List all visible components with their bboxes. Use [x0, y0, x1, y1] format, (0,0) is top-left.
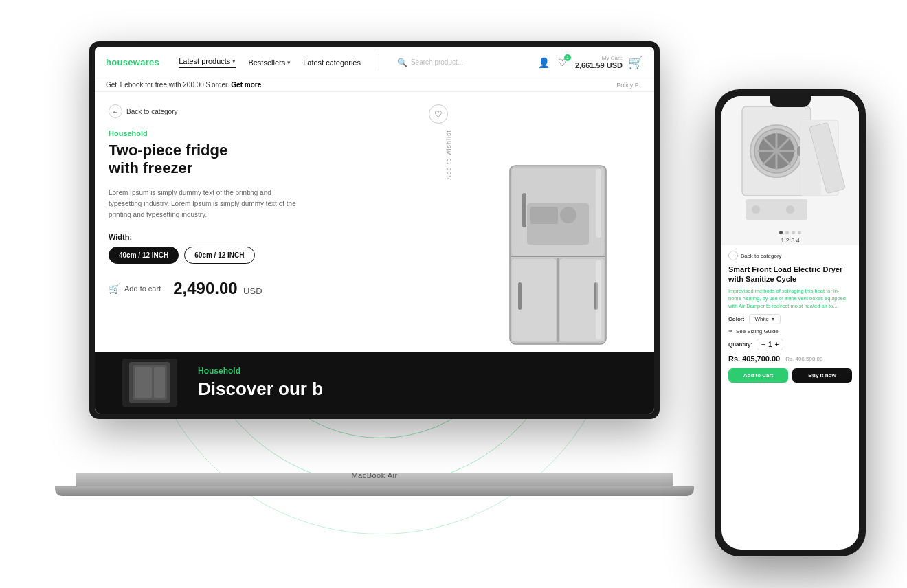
phone-quantity-row: Quantity: − 1 +: [728, 339, 852, 350]
add-to-cart-row: 🛒 Add to cart 2,490.00 USD: [109, 279, 448, 298]
color-selector[interactable]: White ▾: [749, 314, 781, 324]
user-icon[interactable]: 👤: [538, 57, 550, 68]
svg-rect-16: [135, 368, 152, 398]
phone-back-button[interactable]: ← Back to category: [728, 251, 852, 260]
svg-rect-8: [530, 207, 558, 224]
strip-text: Household Discover our b: [198, 366, 323, 400]
dryer-image: [735, 100, 845, 223]
laptop-navbar: housewares Latest products ▾ Bestsellers…: [95, 47, 654, 78]
width-option-60cm[interactable]: 60cm / 12 INCH: [184, 247, 254, 264]
product-category: Household: [109, 129, 448, 137]
laptop-bottom-strip: Household Discover our b: [95, 352, 654, 414]
promo-link[interactable]: Get more: [231, 81, 261, 89]
indicator-dot-4: [798, 231, 801, 234]
phone-notch: [770, 96, 811, 107]
chevron-down-icon: ▾: [287, 59, 291, 66]
svg-rect-4: [522, 193, 526, 227]
phone-action-buttons: Add to Cart Buy it now: [728, 368, 852, 383]
scene: housewares Latest products ▾ Bestsellers…: [0, 0, 907, 588]
chevron-down-icon: ▾: [232, 58, 236, 65]
laptop-model-label: MacBook Air: [351, 471, 397, 479]
phone-current-price: Rs. 405,700.00: [728, 354, 780, 363]
quantity-increase[interactable]: +: [775, 341, 779, 348]
svg-rect-13: [596, 260, 601, 339]
nav-divider: [379, 54, 379, 71]
laptop-base: MacBook Air: [76, 473, 673, 488]
phone-original-price: Rs. 406,500.00: [785, 356, 822, 362]
nav-item-categories[interactable]: Latest categories: [303, 58, 361, 67]
indicator-dot-2: [785, 231, 789, 234]
search-bar[interactable]: 🔍 Search product...: [397, 58, 463, 67]
search-icon: 🔍: [397, 58, 407, 67]
site-logo[interactable]: housewares: [106, 57, 159, 67]
phone-product-image: [721, 96, 859, 227]
add-to-cart-button[interactable]: 🛒 Add to cart: [109, 283, 161, 294]
svg-rect-2: [511, 258, 557, 342]
fridge-image: [489, 152, 627, 351]
indicator-dot-3: [792, 231, 795, 234]
width-options: 40cm / 12 INCH 60cm / 12 INCH: [109, 247, 448, 264]
back-arrow-icon: ←: [109, 104, 122, 118]
heart-icon[interactable]: ♡ 1: [558, 57, 567, 68]
cart-widget[interactable]: My Cart: 2,661.59 USD 🛒: [575, 55, 643, 70]
indicator-dot-1: [779, 231, 783, 234]
phone-add-to-cart-button[interactable]: Add to Cart: [728, 368, 788, 383]
phone-screen: 1 2 3 4 ← Back to category Smart Front L…: [721, 96, 859, 550]
phone-price-row: Rs. 405,700.00 Rs. 406,500.00: [728, 354, 852, 363]
cart-icon: 🛒: [628, 55, 643, 70]
laptop-device: housewares Latest products ▾ Bestsellers…: [89, 41, 680, 508]
chevron-down-icon: ▾: [772, 316, 774, 322]
product-title: Two-piece fridgewith freezer: [109, 142, 448, 178]
quantity-value: 1: [768, 341, 772, 348]
svg-point-9: [560, 207, 576, 223]
width-label: Width:: [109, 233, 448, 241]
phone-indicators-text: 1 2 3 4: [721, 237, 859, 245]
phone-back-arrow-icon: ←: [728, 251, 738, 260]
phone-product-description: Improvised methods of salvaging this hea…: [728, 287, 852, 310]
nav-item-latest-products[interactable]: Latest products ▾: [179, 57, 236, 68]
nav-right-actions: 👤 ♡ 1 My Cart: 2,661.59 USD 🛒: [538, 55, 643, 70]
quantity-stepper[interactable]: − 1 +: [757, 339, 783, 350]
phone-image-indicators: [721, 227, 859, 237]
svg-point-29: [786, 205, 794, 214]
laptop-screen-inner: housewares Latest products ▾ Bestsellers…: [95, 47, 654, 414]
nav-item-bestsellers[interactable]: Bestsellers ▾: [248, 58, 291, 67]
product-price: 2,490.00 USD: [173, 279, 262, 298]
svg-rect-5: [518, 282, 522, 310]
cart-icon: 🛒: [109, 283, 120, 294]
phone-color-row: Color: White ▾: [728, 314, 852, 324]
product-description: Lorem Ipsum is simply dummy text of the …: [109, 188, 301, 220]
svg-rect-17: [154, 368, 165, 398]
back-to-category-button[interactable]: ← Back to category: [109, 104, 448, 118]
sizing-guide-link[interactable]: ✂ See Sizing Guide: [728, 328, 852, 335]
strip-thumbnail: [122, 359, 177, 407]
phone-product-content: ← Back to category Smart Front Load Elec…: [721, 245, 859, 388]
promo-bar: Get 1 ebook for free with 200.00 $ order…: [95, 78, 654, 92]
width-option-40cm[interactable]: 40cm / 12 INCH: [109, 247, 179, 264]
laptop-screen-outer: housewares Latest products ▾ Bestsellers…: [89, 41, 660, 419]
wishlist-button[interactable]: ♡: [429, 104, 448, 124]
svg-rect-12: [596, 169, 601, 238]
quantity-decrease[interactable]: −: [761, 341, 765, 348]
phone-device: 1 2 3 4 ← Back to category Smart Front L…: [715, 89, 866, 556]
phone-buy-now-button[interactable]: Buy it now: [792, 368, 852, 383]
ruler-icon: ✂: [728, 328, 733, 335]
add-to-wishlist-label: Add to wishlist: [445, 130, 452, 180]
phone-product-title: Smart Front Load Electric Dryer with San…: [728, 264, 852, 284]
svg-point-28: [752, 205, 760, 214]
